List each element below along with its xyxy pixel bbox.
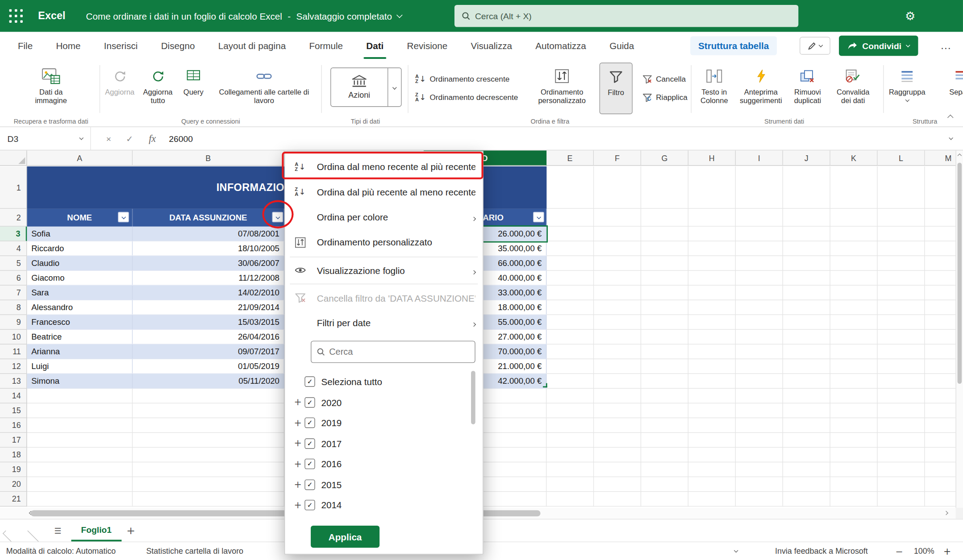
cell-name[interactable]: Simona [27, 374, 133, 388]
app-launcher-button[interactable] [9, 9, 24, 24]
aggiorna-tutto-button[interactable]: Aggiorna tutto [139, 62, 177, 114]
cell-name[interactable]: Beatrice [27, 330, 133, 344]
ribbon-tab-automatizza[interactable]: Automatizza [524, 32, 598, 59]
menu-item-date-filters[interactable]: Filtri per date [285, 310, 483, 335]
expand-plus-icon[interactable]: + [292, 417, 304, 428]
formula-bar-value[interactable]: 26000 [169, 127, 193, 150]
ribbon-tab-guida[interactable]: Guida [598, 32, 646, 59]
draw-tool-button[interactable] [800, 37, 830, 55]
azioni-main[interactable]: Azioni [331, 68, 388, 106]
search-input[interactable] [475, 11, 791, 21]
convalida-dati-button[interactable]: Convalida dei dati [830, 62, 876, 114]
status-options-chevron[interactable] [734, 548, 738, 553]
insert-function-button[interactable]: fx [143, 127, 162, 150]
ribbon-tab-home[interactable]: Home [44, 32, 92, 59]
cell-name[interactable]: Sofia [27, 227, 133, 241]
ribbon-tab-layout-di-pagina[interactable]: Layout di pagina [207, 32, 298, 59]
add-sheet-button[interactable]: + [123, 519, 139, 542]
confirm-entry-button[interactable]: ✓ [121, 127, 138, 150]
all-sheets-menu-icon[interactable]: ☰ [50, 519, 65, 542]
cell-name[interactable]: Francesco [27, 315, 133, 329]
cell-date[interactable]: 30/06/2007 [133, 256, 284, 270]
ribbon-tab-inserisci[interactable]: Inserisci [92, 32, 150, 59]
aggiorna-button[interactable]: Aggiorna [102, 62, 138, 114]
ribbon-tab-visualizza[interactable]: Visualizza [459, 32, 524, 59]
dati-da-immagine-button[interactable]: Dati da immagine [23, 62, 79, 114]
cell-date[interactable]: 15/03/2015 [133, 315, 284, 329]
filter-list-item[interactable]: +✓2019 [285, 413, 469, 433]
expand-plus-icon[interactable]: + [292, 438, 304, 449]
cell-date[interactable]: 09/07/2017 [133, 344, 284, 359]
ordinamento-crescente-button[interactable]: AZ↓ Ordinamento crescente [412, 71, 513, 87]
cell-date[interactable]: 14/02/2010 [133, 286, 284, 300]
checkbox-checked-icon[interactable]: ✓ [304, 479, 315, 489]
menu-item-sort-by-color[interactable]: Ordina per colore [285, 204, 483, 229]
feedback-link[interactable]: Invia feedback a Microsoft [775, 542, 868, 560]
save-status[interactable]: Salvataggio completato [296, 11, 392, 21]
menu-item-sort-newest-first[interactable]: ZA↓ Ordina dal più recente al meno recen… [285, 179, 483, 204]
expand-plus-icon[interactable]: + [292, 479, 304, 490]
filter-search-input[interactable] [329, 347, 469, 357]
menu-item-sheet-view[interactable]: Visualizzazione foglio [285, 258, 483, 282]
table-resize-handle[interactable] [543, 383, 547, 388]
anteprima-suggerimenti-button[interactable]: Anteprima suggerimenti [737, 62, 785, 114]
cell-name[interactable]: Sara [27, 286, 133, 300]
checkbox-checked-icon[interactable]: ✓ [304, 500, 315, 510]
app-name[interactable]: Excel [38, 0, 65, 32]
checkbox-checked-icon[interactable]: ✓ [304, 397, 315, 407]
riapplica-filtro-button[interactable]: Riapplica [639, 90, 692, 106]
ribbon-more-button[interactable]: … [936, 36, 955, 56]
filter-list-item[interactable]: +✓2017 [285, 433, 469, 454]
ribbon-tab-file[interactable]: File [6, 32, 45, 59]
cell-name[interactable]: Luigi [27, 359, 133, 373]
apply-button[interactable]: Applica [311, 526, 379, 548]
cancella-filtro-button[interactable]: Cancella [639, 71, 690, 87]
tab-struttura-tabella[interactable]: Struttura tabella [690, 36, 777, 55]
cell-date[interactable]: 18/10/2005 [133, 241, 284, 256]
checkbox-checked-icon[interactable]: ✓ [304, 418, 315, 428]
checkbox-checked-icon[interactable]: ✓ [304, 438, 315, 448]
raggruppa-button[interactable]: Raggruppa [887, 62, 927, 114]
menu-item-custom-sort[interactable]: Ordinamento personalizzato [285, 230, 483, 255]
vertical-scrollbar[interactable] [955, 150, 963, 508]
ordinamento-decrescente-button[interactable]: ZA↓ Ordinamento decrescente [412, 90, 522, 106]
vertical-scroll-thumb[interactable] [958, 163, 962, 384]
sheet-tab-foglio1[interactable]: Foglio1 [71, 519, 121, 542]
zoom-level[interactable]: 100% [914, 542, 934, 560]
ordinamento-personalizzato-button[interactable]: Ordinamento personalizzato [532, 62, 592, 114]
cell-name[interactable]: Riccardo [27, 241, 133, 256]
gear-icon[interactable]: ⚙ [901, 8, 919, 25]
cell-date[interactable]: 26/04/2016 [133, 330, 284, 344]
query-button[interactable]: Query [178, 62, 209, 114]
cell-date[interactable]: 01/05/2019 [133, 359, 284, 373]
expand-plus-icon[interactable]: + [292, 500, 304, 511]
ribbon-tab-revisione[interactable]: Revisione [395, 32, 459, 59]
expand-formula-bar-chevron[interactable] [949, 136, 953, 140]
filter-list-item[interactable]: +✓2015 [285, 474, 469, 495]
checkbox-checked-icon[interactable]: ✓ [304, 377, 315, 387]
workbook-statistics-button[interactable]: Statistiche cartella di lavoro [146, 542, 243, 560]
share-button[interactable]: Condividi [839, 36, 918, 56]
checkbox-checked-icon[interactable]: ✓ [304, 459, 315, 469]
ribbon-tab-formule[interactable]: Formule [297, 32, 354, 59]
scroll-up-arrow[interactable] [958, 153, 962, 158]
cell-name[interactable]: Giacomo [27, 271, 133, 285]
azioni-dropdown[interactable]: Azioni [330, 67, 402, 107]
filter-search-box[interactable] [311, 341, 475, 363]
cell-name[interactable]: Claudio [27, 256, 133, 270]
filter-list-item[interactable]: +✓2014 [285, 495, 469, 515]
filtro-button[interactable]: Filtro [600, 62, 633, 114]
testo-in-colonne-button[interactable]: Testo in Colonne [693, 62, 736, 114]
cancel-entry-button[interactable]: × [100, 127, 117, 150]
calc-mode-status[interactable]: Modalità di calcolo: Automatico [6, 542, 116, 560]
ribbon-tab-disegno[interactable]: Disegno [150, 32, 207, 59]
cell-date[interactable]: 05/11/2020 [133, 374, 284, 388]
azioni-chevron[interactable] [388, 68, 401, 106]
filter-list-item[interactable]: +✓2020 [285, 392, 469, 413]
zoom-out-button[interactable]: − [896, 542, 903, 560]
expand-plus-icon[interactable]: + [292, 459, 304, 470]
expand-plus-icon[interactable]: + [292, 397, 304, 408]
filter-list-scroll-thumb[interactable] [471, 371, 475, 424]
cell-name[interactable]: Arianna [27, 344, 133, 359]
rimuovi-duplicati-button[interactable]: Rimuovi duplicati [786, 62, 829, 114]
